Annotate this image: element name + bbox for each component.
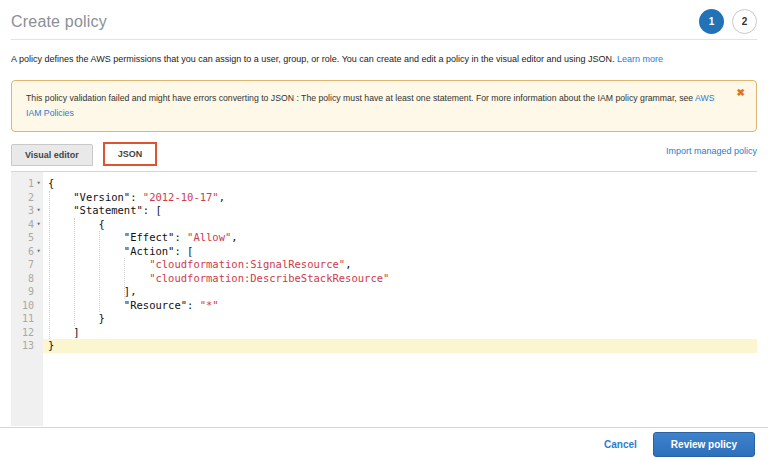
fold-arrow-icon[interactable]: ▾ <box>34 204 43 218</box>
import-managed-policy-link[interactable]: Import managed policy <box>666 146 757 156</box>
line-number: 12 <box>22 326 34 340</box>
code-token: } <box>48 312 105 324</box>
code-line[interactable]: { <box>43 218 757 232</box>
close-icon[interactable]: ✖ <box>737 88 745 98</box>
gutter-line[interactable]: 5 <box>11 231 43 245</box>
json-policy-editor[interactable]: 1▾23▾4▾56▾78910111213 { "Version": "2012… <box>11 171 757 426</box>
code-line[interactable]: "cloudformation:SignalResource", <box>43 258 757 272</box>
fold-arrow-icon[interactable]: ▾ <box>34 177 43 191</box>
code-token: , <box>231 231 237 243</box>
gutter-line[interactable]: 2 <box>11 191 43 205</box>
code-string-token: "cloudformation:DescribeStackResource" <box>149 272 389 284</box>
code-line[interactable]: "Version": "2012-10-17", <box>43 191 757 205</box>
code-token: } <box>48 339 54 351</box>
step-2-badge: 2 <box>732 9 757 34</box>
warning-text: This policy validation failed and might … <box>26 93 693 103</box>
code-line[interactable]: ], <box>43 285 757 299</box>
code-line[interactable]: "Resource": "*" <box>43 299 757 313</box>
code-token: "Effect": <box>48 231 187 243</box>
gutter-line[interactable]: 12 <box>11 326 43 340</box>
page-header: Create policy 1 2 <box>11 0 757 34</box>
code-string-token: "2012-10-17" <box>143 191 219 203</box>
code-line[interactable]: ] <box>43 326 757 340</box>
footer-bar: Cancel Review policy <box>0 427 768 461</box>
code-line[interactable]: } <box>43 312 757 326</box>
code-token: { <box>48 177 54 189</box>
gutter-line[interactable]: 9 <box>11 285 43 299</box>
code-line[interactable]: "cloudformation:DescribeStackResource" <box>43 272 757 286</box>
code-token: "Version": <box>48 191 143 203</box>
tab-visual-editor[interactable]: Visual editor <box>11 144 93 166</box>
line-number: 8 <box>28 272 34 286</box>
code-line[interactable]: "Action": [ <box>43 245 757 259</box>
fold-arrow-icon[interactable]: ▾ <box>34 218 43 232</box>
editor-code[interactable]: { "Version": "2012-10-17", "Statement": … <box>43 172 757 426</box>
line-number: 2 <box>28 191 34 205</box>
code-token <box>48 272 149 284</box>
tab-json[interactable]: JSON <box>103 142 158 166</box>
create-policy-page: Create policy 1 2 A policy defines the A… <box>0 0 768 426</box>
gutter-line[interactable]: 1▾ <box>11 177 43 191</box>
code-line[interactable]: "Statement": [ <box>43 204 757 218</box>
fold-arrow-icon[interactable]: ▾ <box>34 245 43 259</box>
intro-text: A policy defines the AWS permissions tha… <box>11 54 757 64</box>
code-token: "Resource": <box>48 299 200 311</box>
editor-gutter: 1▾23▾4▾56▾78910111213 <box>11 172 43 426</box>
gutter-line[interactable]: 10 <box>11 299 43 313</box>
code-string-token: "Allow" <box>187 231 231 243</box>
line-number: 11 <box>22 312 34 326</box>
gutter-line[interactable]: 3▾ <box>11 204 43 218</box>
gutter-line[interactable]: 4▾ <box>11 218 43 232</box>
editor-tabbar: Visual editor JSON Import managed policy <box>11 143 757 166</box>
validation-warning-banner: ✖ This policy validation failed and migh… <box>11 80 757 132</box>
line-number: 13 <box>22 339 34 353</box>
code-token: ], <box>48 285 137 297</box>
line-number: 9 <box>28 285 34 299</box>
gutter-line[interactable]: 6▾ <box>11 245 43 259</box>
gutter-line[interactable]: 11 <box>11 312 43 326</box>
line-number: 7 <box>28 258 34 272</box>
code-token: ] <box>48 326 80 338</box>
gutter-line[interactable]: 8 <box>11 272 43 286</box>
code-line[interactable]: { <box>43 177 757 191</box>
code-token: { <box>48 218 105 230</box>
code-token: , <box>345 258 351 270</box>
header-divider <box>11 39 757 40</box>
code-line-active[interactable]: } <box>43 339 757 353</box>
intro-text-body: A policy defines the AWS permissions tha… <box>11 54 615 64</box>
code-string-token: "cloudformation:SignalResource" <box>149 258 345 270</box>
learn-more-link[interactable]: Learn more <box>617 54 663 64</box>
gutter-line[interactable]: 13 <box>11 339 43 353</box>
code-line[interactable]: "Effect": "Allow", <box>43 231 757 245</box>
line-number: 10 <box>22 299 34 313</box>
code-token: , <box>219 191 225 203</box>
step-1-badge: 1 <box>699 9 724 34</box>
line-number: 5 <box>28 231 34 245</box>
code-token <box>48 258 149 270</box>
gutter-line[interactable]: 7 <box>11 258 43 272</box>
page-title: Create policy <box>11 13 107 31</box>
code-string-token: "*" <box>200 299 219 311</box>
review-policy-button[interactable]: Review policy <box>653 432 755 457</box>
code-token: "Action": [ <box>48 245 193 257</box>
code-token: "Statement": [ <box>48 204 162 216</box>
step-indicator: 1 2 <box>699 9 757 34</box>
cancel-button[interactable]: Cancel <box>604 439 637 450</box>
